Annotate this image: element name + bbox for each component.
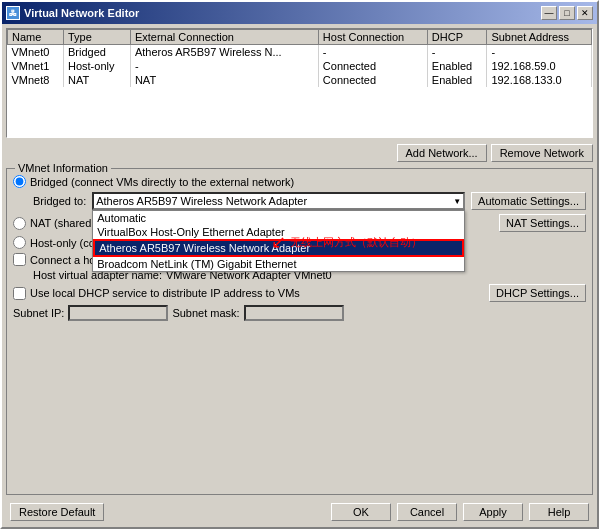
table-row[interactable]: VMnet8NATNATConnectedEnabled192.168.133.… [8,73,592,87]
subnet-row: Subnet IP: Subnet mask: [13,305,586,321]
use-dhcp-checkbox[interactable] [13,287,26,300]
cancel-button[interactable]: Cancel [397,503,457,521]
bridged-to-label: Bridged to: [33,195,86,207]
minimize-button[interactable]: — [541,6,557,20]
virtual-network-editor-window: 🖧 Virtual Network Editor — □ ✕ Name Type… [0,0,599,529]
bridged-to-textbox[interactable]: Atheros AR5B97 Wireless Network Adapter▼ [92,192,465,210]
col-header-external: External Connection [130,30,318,45]
subnet-mask-field[interactable] [244,305,344,321]
col-header-host: Host Connection [318,30,427,45]
network-table: Name Type External Connection Host Conne… [7,29,592,87]
title-bar-title: 🖧 Virtual Network Editor [6,6,139,20]
table-header-row: Name Type External Connection Host Conne… [8,30,592,45]
network-action-buttons: Add Network... Remove Network [6,142,593,164]
bridged-radio[interactable] [13,175,26,188]
add-network-button[interactable]: Add Network... [397,144,487,162]
close-button[interactable]: ✕ [577,6,593,20]
title-bar-buttons: — □ ✕ [541,6,593,20]
automatic-settings-button[interactable]: Automatic Settings... [471,192,586,210]
use-dhcp-row: Use local DHCP service to distribute IP … [13,284,586,302]
dhcp-settings-button[interactable]: DHCP Settings... [489,284,586,302]
host-only-radio[interactable] [13,236,26,249]
subnet-ip-label: Subnet IP: [13,307,64,319]
title-bar: 🖧 Virtual Network Editor — □ ✕ [2,2,597,24]
dropdown-item[interactable]: Broadcom NetLink (TM) Gigabit Ethernet [93,257,464,271]
use-dhcp-label: Use local DHCP service to distribute IP … [30,287,300,299]
vmnet-info-section: VMnet Information Bridged (connect VMs d… [6,168,593,495]
subnet-ip-field[interactable] [68,305,168,321]
apply-button[interactable]: Apply [463,503,523,521]
annotation-text: 无线上网方式（默认自动） [290,235,422,250]
window-content: Name Type External Connection Host Conne… [2,24,597,527]
bridged-to-dropdown-container: AutomaticVirtualBox Host-Only Ethernet A… [92,192,465,210]
bottom-buttons: Restore Default OK Cancel Apply Help [6,499,593,523]
bridged-to-row: Bridged to: AutomaticVirtualBox Host-Onl… [13,192,586,210]
col-header-subnet: Subnet Address [487,30,592,45]
dropdown-item[interactable]: Automatic [93,211,464,225]
window-icon: 🖧 [6,6,20,20]
bridged-label: Bridged (connect VMs directly to the ext… [30,176,294,188]
ok-button[interactable]: OK [331,503,391,521]
help-button[interactable]: Help [529,503,589,521]
connect-host-adapter-checkbox[interactable] [13,253,26,266]
nat-settings-button[interactable]: NAT Settings... [499,214,586,232]
col-header-type: Type [64,30,131,45]
col-header-dhcp: DHCP [427,30,487,45]
subnet-mask-label: Subnet mask: [172,307,239,319]
col-header-name: Name [8,30,64,45]
vmnet-info-label: VMnet Information [15,162,111,174]
remove-network-button[interactable]: Remove Network [491,144,593,162]
restore-default-button[interactable]: Restore Default [10,503,104,521]
nat-radio[interactable] [13,217,26,230]
table-row[interactable]: VMnet0BridgedAtheros AR5B97 Wireless N..… [8,45,592,60]
maximize-button[interactable]: □ [559,6,575,20]
bottom-right-buttons: OK Cancel Apply Help [331,503,589,521]
annotation: ↙ 无线上网方式（默认自动） [271,231,422,253]
bridged-radio-row: Bridged (connect VMs directly to the ext… [13,175,586,188]
table-row[interactable]: VMnet1Host-only-ConnectedEnabled192.168.… [8,59,592,73]
network-table-container: Name Type External Connection Host Conne… [6,28,593,138]
